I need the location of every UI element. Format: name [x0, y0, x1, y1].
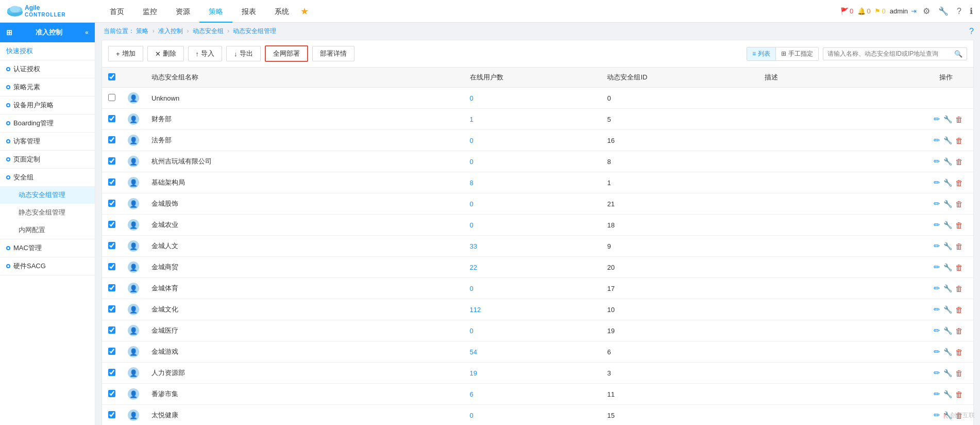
sidebar-item-dynamic-security-group[interactable]: 动态安全组管理 — [0, 186, 95, 204]
online-users-link[interactable]: 0 — [470, 327, 474, 335]
select-all-checkbox[interactable] — [108, 73, 115, 80]
online-users-link[interactable]: 0 — [470, 221, 474, 229]
nav-policy[interactable]: 策略 — [199, 0, 232, 23]
config-icon[interactable]: 🔧 — [943, 390, 952, 398]
online-users-link[interactable]: 6 — [470, 390, 474, 398]
info-icon[interactable]: ℹ — [968, 6, 975, 16]
search-input[interactable] — [827, 50, 952, 57]
online-users-link[interactable]: 0 — [470, 158, 474, 166]
delete-row-icon[interactable]: 🗑 — [955, 263, 963, 272]
nav-report[interactable]: 报表 — [232, 0, 265, 23]
edit-icon[interactable]: ✏ — [934, 115, 940, 124]
row-checkbox[interactable] — [108, 94, 115, 101]
edit-icon[interactable]: ✏ — [934, 241, 940, 251]
online-users-link[interactable]: 0 — [470, 137, 474, 144]
config-icon[interactable]: 🔧 — [943, 242, 952, 250]
row-checkbox[interactable] — [108, 305, 115, 313]
deploy-all-button[interactable]: 全网部署 — [265, 45, 308, 62]
online-users-link[interactable]: 112 — [470, 306, 481, 314]
config-icon[interactable]: 🔧 — [943, 157, 952, 166]
edit-icon[interactable]: ✏ — [934, 263, 940, 272]
online-users-link[interactable]: 0 — [470, 200, 474, 208]
edit-icon[interactable]: ✏ — [934, 178, 940, 187]
edit-icon[interactable]: ✏ — [934, 368, 940, 378]
edit-icon[interactable]: ✏ — [934, 411, 940, 420]
row-checkbox[interactable] — [108, 136, 115, 143]
delete-row-icon[interactable]: 🗑 — [955, 390, 963, 399]
row-checkbox[interactable] — [108, 221, 115, 228]
page-help-icon[interactable]: ? — [969, 27, 974, 36]
sidebar-section-auth[interactable]: 认证授权 — [0, 60, 95, 78]
delete-row-icon[interactable]: 🗑 — [955, 348, 963, 356]
row-checkbox[interactable] — [108, 284, 115, 291]
breadcrumb-dynamic-security-group[interactable]: 动态安全组 — [193, 27, 224, 35]
config-icon[interactable]: 🔧 — [943, 326, 952, 335]
config-icon[interactable]: 🔧 — [943, 348, 952, 356]
delete-row-icon[interactable]: 🗑 — [955, 305, 963, 314]
config-icon[interactable]: 🔧 — [943, 115, 952, 123]
online-users-link[interactable]: 1 — [470, 116, 474, 123]
collapse-icon[interactable]: « — [85, 29, 89, 36]
row-checkbox[interactable] — [108, 200, 115, 207]
delete-row-icon[interactable]: 🗑 — [955, 221, 963, 230]
sidebar-item-quick-access[interactable]: 快速授权 — [0, 42, 95, 60]
filter-icon[interactable]: ⚙ — [921, 6, 932, 16]
admin-area[interactable]: admin ⇥ — [890, 7, 917, 15]
import-button[interactable]: ↑ 导入 — [188, 46, 223, 61]
edit-icon[interactable]: ✏ — [934, 389, 940, 399]
edit-icon[interactable]: ✏ — [934, 347, 940, 356]
sidebar-section-device-policy[interactable]: 设备用户策略 — [0, 96, 95, 114]
delete-row-icon[interactable]: 🗑 — [955, 284, 963, 293]
settings-icon[interactable]: 🔧 — [936, 6, 951, 16]
sidebar-item-intranet-config[interactable]: 内网配置 — [0, 221, 95, 239]
row-checkbox[interactable] — [108, 115, 115, 122]
config-icon[interactable]: 🔧 — [943, 200, 952, 208]
edit-icon[interactable]: ✏ — [934, 305, 940, 314]
row-checkbox[interactable] — [108, 369, 115, 376]
delete-row-icon[interactable]: 🗑 — [955, 178, 963, 187]
sidebar-header[interactable]: ⊞ 准入控制 « — [0, 23, 95, 42]
config-icon[interactable]: 🔧 — [943, 221, 952, 229]
edit-icon[interactable]: ✏ — [934, 220, 940, 230]
online-users-link[interactable]: 0 — [470, 285, 474, 292]
online-users-link[interactable]: 19 — [470, 369, 477, 377]
edit-icon[interactable]: ✏ — [934, 157, 940, 166]
config-icon[interactable]: 🔧 — [943, 178, 952, 187]
delete-row-icon[interactable]: 🗑 — [955, 157, 963, 166]
config-icon[interactable]: 🔧 — [943, 136, 952, 144]
sidebar-section-policy-elements[interactable]: 策略元素 — [0, 78, 95, 96]
logout-icon[interactable]: ⇥ — [911, 7, 917, 15]
delete-row-icon[interactable]: 🗑 — [955, 115, 963, 124]
row-checkbox[interactable] — [108, 348, 115, 355]
delete-row-icon[interactable]: 🗑 — [955, 200, 963, 208]
sidebar-section-security-group[interactable]: 安全组 — [0, 169, 95, 186]
row-checkbox[interactable] — [108, 242, 115, 249]
config-icon[interactable]: 🔧 — [943, 305, 952, 314]
delete-button[interactable]: ✕ 删除 — [147, 46, 184, 61]
online-users-link[interactable]: 8 — [470, 179, 474, 187]
sidebar-section-page-custom[interactable]: 页面定制 — [0, 151, 95, 168]
delete-row-icon[interactable]: 🗑 — [955, 369, 963, 378]
row-checkbox[interactable] — [108, 411, 115, 418]
help-icon[interactable]: ? — [955, 7, 964, 16]
online-users-link[interactable]: 33 — [470, 242, 477, 250]
nav-resource[interactable]: 资源 — [166, 0, 199, 23]
row-checkbox[interactable] — [108, 390, 115, 397]
sidebar-section-hardware-sacg[interactable]: 硬件SACG — [0, 257, 95, 275]
sidebar-item-static-security-group[interactable]: 静态安全组管理 — [0, 204, 95, 221]
row-checkbox[interactable] — [108, 263, 115, 270]
edit-icon[interactable]: ✏ — [934, 199, 940, 208]
online-users-link[interactable]: 54 — [470, 348, 477, 356]
favorite-star-icon[interactable]: ★ — [300, 6, 309, 17]
config-icon[interactable]: 🔧 — [943, 284, 952, 292]
delete-row-icon[interactable]: 🗑 — [955, 326, 963, 335]
deploy-detail-button[interactable]: 部署详情 — [312, 46, 354, 61]
nav-monitor[interactable]: 监控 — [133, 0, 166, 23]
online-users-link[interactable]: 0 — [470, 412, 474, 419]
edit-icon[interactable]: ✏ — [934, 136, 940, 145]
search-icon[interactable]: 🔍 — [954, 50, 962, 58]
online-users-link[interactable]: 22 — [470, 264, 477, 271]
export-button[interactable]: ↓ 导出 — [226, 46, 261, 61]
view-manual-button[interactable]: ⊞ 手工指定 — [776, 47, 818, 60]
sidebar-section-mac[interactable]: MAC管理 — [0, 239, 95, 257]
